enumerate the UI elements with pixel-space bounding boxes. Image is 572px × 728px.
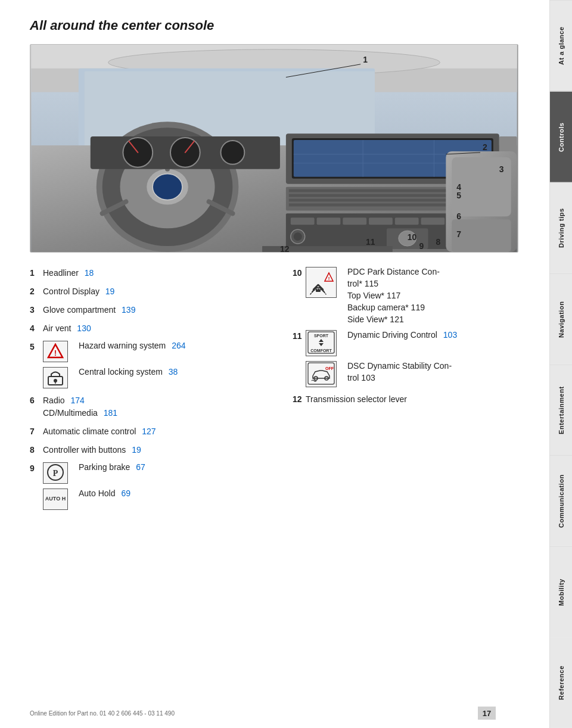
svg-text:COMFORT: COMFORT (310, 349, 332, 353)
page-ref-10c[interactable]: 119 (411, 303, 425, 312)
svg-text:OFF: OFF (325, 366, 334, 371)
page-ref-6a[interactable]: 174 (70, 396, 84, 405)
page-ref-5b[interactable]: 38 (169, 367, 178, 377)
sport-comfort-icon: SPORT COMFORT (307, 331, 335, 356)
right-column: 10 ! (293, 267, 531, 516)
item-text-8: Controller with buttons 19 (43, 444, 269, 456)
item-10: ! PDC Park Distance Con- trol* 115 Top V… (306, 267, 531, 324)
content-list: 1 Headliner 18 2 Control Display 19 3 Gl… (30, 267, 531, 516)
page-ref-9a[interactable]: 67 (136, 462, 145, 472)
sidebar: At a glance Controls Driving tips Naviga… (549, 0, 572, 728)
item-number-10: 10 (293, 267, 306, 278)
svg-point-11 (153, 174, 182, 200)
sidebar-tab-mobility[interactable]: Mobility (550, 546, 572, 637)
item-text-7: Automatic climate control 127 (43, 425, 269, 438)
list-item-2: 2 Control Display 19 (30, 285, 269, 298)
hazard-warning-icon: ! (47, 343, 64, 360)
item-text-10-line5: Side View* 121 (347, 315, 440, 324)
page-ref-9b[interactable]: 69 (121, 489, 130, 498)
item-text-10: PDC Park Distance Con- trol* 115 Top Vie… (347, 267, 440, 324)
sidebar-tab-reference[interactable]: Reference (550, 637, 572, 728)
sidebar-tab-communication[interactable]: Communication (550, 455, 572, 546)
sidebar-tab-navigation[interactable]: Navigation (550, 273, 572, 365)
item-number-11: 11 (293, 330, 306, 341)
item-9a: P Parking brake 67 (43, 462, 145, 484)
item-number-12: 12 (293, 393, 306, 406)
svg-rect-31 (369, 217, 393, 225)
sidebar-tab-controls[interactable]: Controls (550, 91, 572, 182)
svg-rect-28 (291, 217, 315, 225)
item-number-9: 9 (30, 462, 43, 473)
list-item-3: 3 Glove compartment 139 (30, 304, 269, 316)
pdc-icon-box: ! (306, 267, 337, 298)
item-number-4: 4 (30, 322, 43, 335)
item-9b: AUTO H Auto Hold 69 (43, 489, 145, 510)
page-ref-4[interactable]: 130 (77, 323, 91, 333)
page-ref-8[interactable]: 19 (132, 445, 141, 455)
car-image: 1 2 3 4 5 6 7 8 9 10 11 12 (30, 44, 518, 253)
page-ref-11b[interactable]: 103 (361, 373, 375, 382)
svg-point-45 (221, 141, 245, 164)
page-ref-7[interactable]: 127 (142, 427, 156, 436)
item-text-6: Radio 174 CD/Multimedia 181 (43, 394, 269, 419)
svg-text:11: 11 (366, 237, 375, 247)
auto-hold-icon: AUTO H (45, 496, 66, 502)
page-ref-3[interactable]: 139 (122, 305, 135, 315)
svg-rect-32 (395, 217, 419, 225)
svg-text:12: 12 (280, 244, 290, 252)
sidebar-tab-driving-tips[interactable]: Driving tips (550, 182, 572, 273)
item-text-3: Glove compartment 139 (43, 304, 269, 316)
item-text-9b: Auto Hold 69 (79, 489, 145, 498)
svg-text:P: P (53, 469, 58, 478)
list-item-11: 11 SPORT COMFORT (293, 330, 531, 387)
svg-text:6: 6 (456, 211, 461, 221)
svg-text:4: 4 (456, 182, 461, 192)
list-item-8: 8 Controller with buttons 19 (30, 444, 269, 456)
sidebar-tab-entertainment[interactable]: Entertainment (550, 365, 572, 456)
item-text-11b-line1: DSC Dynamic Stability Con- (347, 361, 452, 371)
item-text-11b: DSC Dynamic Stability Con- trol 103 (347, 361, 452, 382)
item-number-1: 1 (30, 267, 43, 279)
svg-rect-73 (316, 290, 321, 292)
item-text-5a: Hazard warning system 264 (79, 341, 186, 350)
item-11a: SPORT COMFORT Dynamic Driving Control 10… (306, 330, 457, 356)
page-ref-10b[interactable]: 117 (387, 291, 400, 300)
item-number-2: 2 (30, 285, 43, 298)
svg-text:SPORT: SPORT (314, 334, 329, 338)
svg-text:2: 2 (483, 142, 487, 152)
item-text-5b: Central locking system 38 (79, 367, 186, 377)
item-text-10-line3: Top View* 117 (347, 291, 440, 300)
page-ref-10a[interactable]: 115 (365, 279, 378, 288)
item-text-10-line4: Backup camera* 119 (347, 303, 440, 312)
page-ref-1[interactable]: 18 (85, 268, 94, 278)
page-ref-6b[interactable]: 181 (104, 408, 117, 418)
svg-text:1: 1 (363, 55, 368, 64)
item-text-11b-line2: trol 103 (347, 373, 452, 382)
item-text-9a: Parking brake 67 (79, 462, 145, 472)
sidebar-tab-at-a-glance[interactable]: At a glance (550, 0, 572, 91)
item-text-10-line2: trol* 115 (347, 279, 440, 288)
hazard-icon-box: ! (43, 341, 68, 362)
main-content: All around the center console (0, 0, 549, 728)
svg-text:!: ! (54, 349, 57, 357)
svg-text:9: 9 (419, 241, 424, 251)
item-5a: ! Hazard warning system 264 (43, 341, 186, 362)
page-ref-2[interactable]: 19 (105, 287, 115, 296)
item-number-6: 6 (30, 394, 43, 407)
parking-brake-icon: P (46, 463, 65, 483)
svg-text:5: 5 (456, 191, 461, 201)
list-item-9: 9 P Parking brake 67 (30, 462, 269, 510)
left-column: 1 Headliner 18 2 Control Display 19 3 Gl… (30, 267, 269, 516)
pdc-icon: ! (307, 268, 335, 297)
parking-brake-icon-box: P (43, 462, 68, 484)
page-ref-11a[interactable]: 103 (443, 330, 457, 340)
item-number-3: 3 (30, 304, 43, 316)
svg-marker-78 (319, 339, 324, 342)
svg-rect-30 (343, 217, 366, 225)
page-ref-10d[interactable]: 121 (390, 315, 403, 324)
dsc-off-icon: OFF (307, 362, 335, 387)
item-text-1: Headliner 18 (43, 267, 269, 279)
page-ref-5a[interactable]: 264 (172, 341, 185, 350)
item-text-12: Transmission selector lever (306, 393, 531, 406)
svg-point-36 (294, 232, 302, 241)
